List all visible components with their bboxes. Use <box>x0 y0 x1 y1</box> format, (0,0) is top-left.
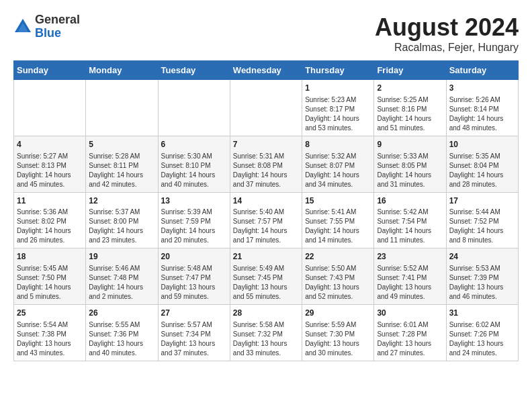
week-row-3: 18Sunrise: 5:45 AM Sunset: 7:50 PM Dayli… <box>14 248 519 305</box>
day-info: Sunrise: 5:53 AM Sunset: 7:39 PM Dayligh… <box>449 264 515 302</box>
day-number: 10 <box>449 139 515 150</box>
day-number: 27 <box>161 308 227 319</box>
day-info: Sunrise: 5:58 AM Sunset: 7:32 PM Dayligh… <box>233 320 299 358</box>
calendar-cell: 1Sunrise: 5:23 AM Sunset: 8:17 PM Daylig… <box>302 80 374 136</box>
day-info: Sunrise: 5:40 AM Sunset: 7:57 PM Dayligh… <box>233 208 299 245</box>
logo-blue: Blue <box>35 27 80 40</box>
day-number: 15 <box>305 195 371 207</box>
day-number: 7 <box>233 139 299 150</box>
page-subtitle: Racalmas, Fejer, Hungary <box>375 42 519 54</box>
calendar-cell: 18Sunrise: 5:45 AM Sunset: 7:50 PM Dayli… <box>14 248 86 305</box>
calendar-cell <box>14 80 86 136</box>
calendar-header: SundayMondayTuesdayWednesdayThursdayFrid… <box>14 61 519 80</box>
day-number: 29 <box>305 308 371 319</box>
calendar-cell: 29Sunrise: 5:59 AM Sunset: 7:30 PM Dayli… <box>302 305 374 361</box>
calendar-cell: 5Sunrise: 5:28 AM Sunset: 8:11 PM Daylig… <box>86 136 158 192</box>
calendar-cell: 17Sunrise: 5:44 AM Sunset: 7:52 PM Dayli… <box>446 192 518 248</box>
calendar-cell: 30Sunrise: 6:01 AM Sunset: 7:28 PM Dayli… <box>374 305 446 361</box>
week-row-0: 1Sunrise: 5:23 AM Sunset: 8:17 PM Daylig… <box>14 80 519 136</box>
header-saturday: Saturday <box>446 61 518 80</box>
day-info: Sunrise: 5:49 AM Sunset: 7:45 PM Dayligh… <box>233 264 299 302</box>
calendar-cell <box>230 80 302 136</box>
day-number: 19 <box>89 251 154 263</box>
day-number: 31 <box>449 308 515 319</box>
day-number: 12 <box>89 195 154 207</box>
calendar-cell: 12Sunrise: 5:37 AM Sunset: 8:00 PM Dayli… <box>86 192 158 248</box>
page-title: August 2024 <box>375 13 519 42</box>
day-number: 11 <box>17 195 83 207</box>
day-number: 6 <box>161 139 227 150</box>
day-info: Sunrise: 5:28 AM Sunset: 8:11 PM Dayligh… <box>89 152 154 189</box>
day-number: 21 <box>233 251 299 263</box>
calendar-cell: 3Sunrise: 5:26 AM Sunset: 8:14 PM Daylig… <box>446 80 518 136</box>
calendar-cell: 15Sunrise: 5:41 AM Sunset: 7:55 PM Dayli… <box>302 192 374 248</box>
calendar-cell: 22Sunrise: 5:50 AM Sunset: 7:43 PM Dayli… <box>302 248 374 305</box>
day-info: Sunrise: 5:52 AM Sunset: 7:41 PM Dayligh… <box>377 264 443 302</box>
day-number: 2 <box>377 83 443 94</box>
logo: General Blue <box>13 13 80 40</box>
header-wednesday: Wednesday <box>230 61 302 80</box>
day-number: 30 <box>377 308 443 319</box>
day-number: 18 <box>17 251 83 263</box>
header-friday: Friday <box>374 61 446 80</box>
calendar-cell: 21Sunrise: 5:49 AM Sunset: 7:45 PM Dayli… <box>230 248 302 305</box>
header-sunday: Sunday <box>14 61 86 80</box>
calendar-cell: 6Sunrise: 5:30 AM Sunset: 8:10 PM Daylig… <box>158 136 230 192</box>
day-info: Sunrise: 5:59 AM Sunset: 7:30 PM Dayligh… <box>305 320 371 358</box>
day-number: 26 <box>89 308 154 319</box>
day-info: Sunrise: 5:45 AM Sunset: 7:50 PM Dayligh… <box>17 264 83 302</box>
day-info: Sunrise: 5:32 AM Sunset: 8:07 PM Dayligh… <box>305 152 371 189</box>
logo-icon <box>13 17 32 36</box>
calendar-cell: 26Sunrise: 5:55 AM Sunset: 7:36 PM Dayli… <box>86 305 158 361</box>
day-number: 22 <box>305 251 371 263</box>
day-number: 24 <box>449 251 515 263</box>
day-info: Sunrise: 5:27 AM Sunset: 8:13 PM Dayligh… <box>17 152 83 189</box>
day-number: 23 <box>377 251 443 263</box>
page-header: General Blue August 2024 Racalmas, Fejer… <box>13 13 519 54</box>
day-info: Sunrise: 5:33 AM Sunset: 8:05 PM Dayligh… <box>377 152 443 189</box>
day-info: Sunrise: 5:42 AM Sunset: 7:54 PM Dayligh… <box>377 208 443 245</box>
week-row-2: 11Sunrise: 5:36 AM Sunset: 8:02 PM Dayli… <box>14 192 519 248</box>
day-number: 8 <box>305 139 371 150</box>
day-info: Sunrise: 5:23 AM Sunset: 8:17 PM Dayligh… <box>305 95 371 133</box>
header-thursday: Thursday <box>302 61 374 80</box>
day-info: Sunrise: 5:36 AM Sunset: 8:02 PM Dayligh… <box>17 208 83 245</box>
day-info: Sunrise: 5:30 AM Sunset: 8:10 PM Dayligh… <box>161 152 227 189</box>
logo-text: General Blue <box>35 13 80 40</box>
calendar-cell: 28Sunrise: 5:58 AM Sunset: 7:32 PM Dayli… <box>230 305 302 361</box>
day-info: Sunrise: 5:25 AM Sunset: 8:16 PM Dayligh… <box>377 95 443 133</box>
day-number: 9 <box>377 139 443 150</box>
day-info: Sunrise: 5:57 AM Sunset: 7:34 PM Dayligh… <box>161 320 227 358</box>
day-info: Sunrise: 5:31 AM Sunset: 8:08 PM Dayligh… <box>233 152 299 189</box>
day-number: 20 <box>161 251 227 263</box>
day-info: Sunrise: 5:44 AM Sunset: 7:52 PM Dayligh… <box>449 208 515 245</box>
calendar-cell: 27Sunrise: 5:57 AM Sunset: 7:34 PM Dayli… <box>158 305 230 361</box>
header-row: SundayMondayTuesdayWednesdayThursdayFrid… <box>14 61 519 80</box>
calendar-cell: 8Sunrise: 5:32 AM Sunset: 8:07 PM Daylig… <box>302 136 374 192</box>
calendar-table: SundayMondayTuesdayWednesdayThursdayFrid… <box>13 60 519 361</box>
day-info: Sunrise: 5:48 AM Sunset: 7:47 PM Dayligh… <box>161 264 227 302</box>
day-number: 4 <box>17 139 83 150</box>
calendar-cell: 11Sunrise: 5:36 AM Sunset: 8:02 PM Dayli… <box>14 192 86 248</box>
calendar-cell: 31Sunrise: 6:02 AM Sunset: 7:26 PM Dayli… <box>446 305 518 361</box>
day-info: Sunrise: 5:35 AM Sunset: 8:04 PM Dayligh… <box>449 152 515 189</box>
calendar-cell: 4Sunrise: 5:27 AM Sunset: 8:13 PM Daylig… <box>14 136 86 192</box>
day-number: 28 <box>233 308 299 319</box>
calendar-cell: 25Sunrise: 5:54 AM Sunset: 7:38 PM Dayli… <box>14 305 86 361</box>
calendar-cell <box>86 80 158 136</box>
day-info: Sunrise: 5:39 AM Sunset: 7:59 PM Dayligh… <box>161 208 227 245</box>
calendar-cell: 10Sunrise: 5:35 AM Sunset: 8:04 PM Dayli… <box>446 136 518 192</box>
week-row-4: 25Sunrise: 5:54 AM Sunset: 7:38 PM Dayli… <box>14 305 519 361</box>
day-info: Sunrise: 6:02 AM Sunset: 7:26 PM Dayligh… <box>449 320 515 358</box>
calendar-cell: 19Sunrise: 5:46 AM Sunset: 7:48 PM Dayli… <box>86 248 158 305</box>
header-monday: Monday <box>86 61 158 80</box>
week-row-1: 4Sunrise: 5:27 AM Sunset: 8:13 PM Daylig… <box>14 136 519 192</box>
calendar-cell: 20Sunrise: 5:48 AM Sunset: 7:47 PM Dayli… <box>158 248 230 305</box>
day-info: Sunrise: 5:26 AM Sunset: 8:14 PM Dayligh… <box>449 95 515 133</box>
day-info: Sunrise: 5:50 AM Sunset: 7:43 PM Dayligh… <box>305 264 371 302</box>
header-tuesday: Tuesday <box>158 61 230 80</box>
calendar-cell: 7Sunrise: 5:31 AM Sunset: 8:08 PM Daylig… <box>230 136 302 192</box>
calendar-cell: 14Sunrise: 5:40 AM Sunset: 7:57 PM Dayli… <box>230 192 302 248</box>
calendar-cell: 2Sunrise: 5:25 AM Sunset: 8:16 PM Daylig… <box>374 80 446 136</box>
calendar-cell: 23Sunrise: 5:52 AM Sunset: 7:41 PM Dayli… <box>374 248 446 305</box>
